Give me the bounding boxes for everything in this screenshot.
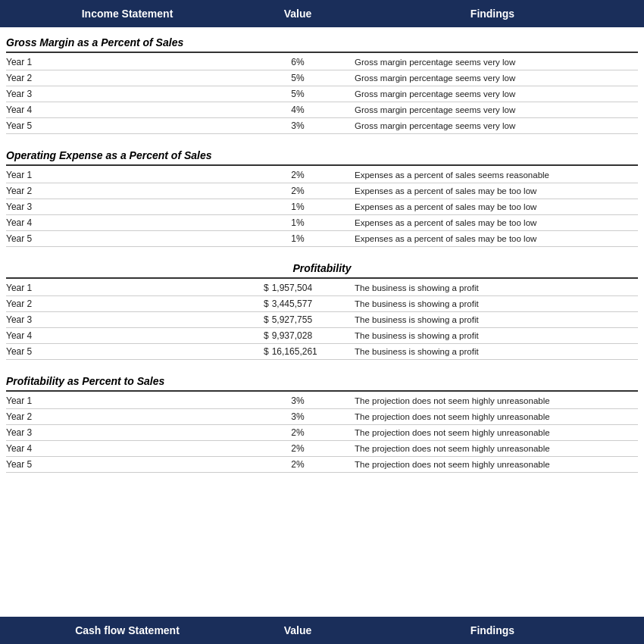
dollar-amount: 5,927,755 — [272, 314, 312, 325]
row-label: Year 3 — [6, 89, 249, 99]
row-value: 1% — [249, 202, 347, 212]
row-value: $1,957,504 — [249, 283, 347, 293]
footer-col3: Findings — [347, 624, 638, 636]
row-finding: The projection does not seem highly unre… — [347, 460, 638, 469]
row-label: Year 1 — [6, 283, 249, 293]
row-finding: Gross margin percentage seems very low — [347, 121, 638, 130]
row-finding: Expenses as a percent of sales seems rea… — [347, 170, 638, 180]
row-label: Year 4 — [6, 217, 249, 228]
dollar-amount: 16,165,261 — [272, 346, 317, 357]
row-finding: Expenses as a percent of sales may be to… — [347, 218, 638, 227]
section-title-gross-margin: Gross Margin as a Percent of Sales — [6, 30, 638, 53]
table-row: Year 23%The projection does not seem hig… — [6, 409, 638, 425]
table-row: Year 13%The projection does not seem hig… — [6, 393, 638, 409]
row-finding: The business is showing a profit — [347, 347, 638, 356]
table-row: Year 5$16,165,261The business is showing… — [6, 344, 638, 360]
table-row: Year 35%Gross margin percentage seems ve… — [6, 86, 638, 102]
row-finding: The business is showing a profit — [347, 315, 638, 324]
row-value: 1% — [249, 217, 347, 228]
dollar-sign: $ — [264, 330, 269, 341]
header-col3: Findings — [347, 8, 638, 20]
section-title-operating-expense: Operating Expense as a Percent of Sales — [6, 143, 638, 166]
row-value: $16,165,261 — [249, 346, 347, 357]
row-finding: The business is showing a profit — [347, 331, 638, 340]
row-value: 2% — [249, 186, 347, 196]
row-value: 2% — [249, 459, 347, 470]
row-value: 6% — [249, 57, 347, 67]
row-label: Year 3 — [6, 202, 249, 212]
table-row: Year 42%The projection does not seem hig… — [6, 441, 638, 457]
row-label: Year 1 — [6, 170, 249, 180]
section-spacer — [6, 360, 638, 369]
table-row: Year 32%The projection does not seem hig… — [6, 425, 638, 441]
table-row: Year 22%Expenses as a percent of sales m… — [6, 183, 638, 199]
table-row: Year 41%Expenses as a percent of sales m… — [6, 215, 638, 231]
row-label: Year 5 — [6, 346, 249, 357]
table-row: Year 12%Expenses as a percent of sales s… — [6, 167, 638, 183]
row-label: Year 1 — [6, 57, 249, 67]
table-row: Year 51%Expenses as a percent of sales m… — [6, 231, 638, 247]
footer-bar: Cash flow Statement Value Findings — [0, 617, 644, 644]
row-label: Year 2 — [6, 73, 249, 83]
section-title-profitability: Profitability — [6, 256, 638, 279]
table-row: Year 3$5,927,755The business is showing … — [6, 312, 638, 328]
page-wrapper: Income Statement Value Findings Gross Ma… — [0, 0, 644, 644]
table-row: Year 53%Gross margin percentage seems ve… — [6, 118, 638, 134]
row-finding: Expenses as a percent of sales may be to… — [347, 186, 638, 195]
row-value: 5% — [249, 73, 347, 83]
row-label: Year 4 — [6, 330, 249, 341]
header-bar: Income Statement Value Findings — [0, 0, 644, 27]
row-finding: The projection does not seem highly unre… — [347, 396, 638, 405]
row-value: 3% — [249, 411, 347, 422]
row-label: Year 5 — [6, 233, 249, 244]
table-row: Year 16%Gross margin percentage seems ve… — [6, 55, 638, 70]
row-finding: Expenses as a percent of sales may be to… — [347, 234, 638, 243]
dollar-amount: 9,937,028 — [272, 330, 312, 341]
table-row: Year 52%The projection does not seem hig… — [6, 457, 638, 473]
table-row: Year 25%Gross margin percentage seems ve… — [6, 70, 638, 86]
row-label: Year 2 — [6, 186, 249, 196]
content-area: Gross Margin as a Percent of SalesYear 1… — [0, 27, 644, 617]
row-label: Year 1 — [6, 395, 249, 406]
row-finding: Gross margin percentage seems very low — [347, 89, 638, 98]
row-finding: The projection does not seem highly unre… — [347, 428, 638, 437]
row-value: 2% — [249, 443, 347, 454]
row-label: Year 3 — [6, 314, 249, 325]
row-value: 2% — [249, 427, 347, 438]
row-finding: Gross margin percentage seems very low — [347, 58, 638, 67]
footer-col1: Cash flow Statement — [6, 624, 249, 636]
row-finding: The business is showing a profit — [347, 299, 638, 308]
row-value: 3% — [249, 395, 347, 406]
dollar-amount: 1,957,504 — [272, 283, 312, 293]
section-spacer — [6, 134, 638, 143]
row-value: $9,937,028 — [249, 330, 347, 341]
row-finding: Expenses as a percent of sales may be to… — [347, 202, 638, 211]
row-label: Year 5 — [6, 459, 249, 470]
row-value: $5,927,755 — [249, 314, 347, 325]
table-row: Year 4$9,937,028The business is showing … — [6, 328, 638, 344]
table-row: Year 1$1,957,504The business is showing … — [6, 280, 638, 296]
table-row: Year 44%Gross margin percentage seems ve… — [6, 102, 638, 118]
section-title-profitability-percent: Profitability as Percent to Sales — [6, 369, 638, 392]
row-finding: The projection does not seem highly unre… — [347, 412, 638, 421]
row-finding: Gross margin percentage seems very low — [347, 105, 638, 114]
row-label: Year 2 — [6, 299, 249, 309]
row-value: 2% — [249, 170, 347, 180]
dollar-sign: $ — [264, 314, 269, 325]
row-value: 1% — [249, 233, 347, 244]
footer-col2: Value — [249, 624, 347, 636]
row-value: $3,445,577 — [249, 299, 347, 309]
dollar-sign: $ — [264, 283, 269, 293]
dollar-amount: 3,445,577 — [272, 299, 312, 309]
row-label: Year 4 — [6, 443, 249, 454]
row-value: 3% — [249, 120, 347, 131]
row-label: Year 4 — [6, 105, 249, 115]
row-finding: The projection does not seem highly unre… — [347, 444, 638, 453]
dollar-sign: $ — [264, 299, 269, 309]
table-row: Year 2$3,445,577The business is showing … — [6, 296, 638, 312]
table-row: Year 31%Expenses as a percent of sales m… — [6, 199, 638, 215]
row-label: Year 5 — [6, 120, 249, 131]
dollar-sign: $ — [264, 346, 269, 357]
row-label: Year 3 — [6, 427, 249, 438]
row-label: Year 2 — [6, 411, 249, 422]
